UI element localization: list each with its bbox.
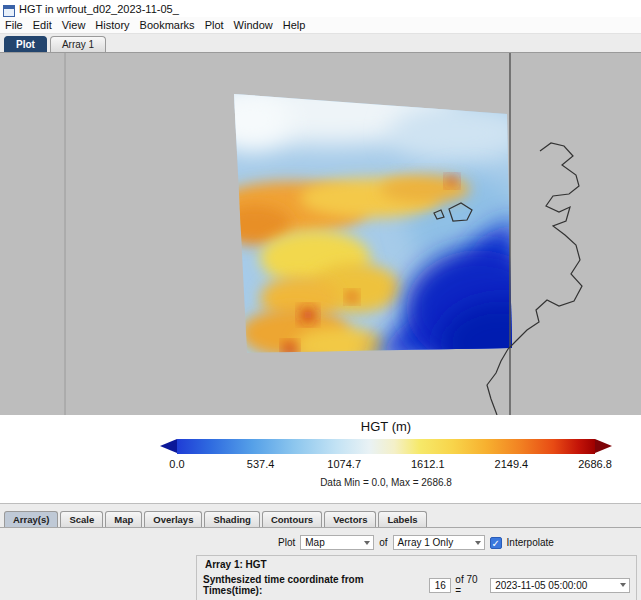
menu-view[interactable]: View [57,19,91,31]
menu-edit[interactable]: Edit [28,19,57,31]
colorbar-tick: 537.4 [247,458,275,470]
time-total-label: of 70 = [455,574,486,596]
colorbar [160,439,612,454]
plot-type-row: Plot Map of Array 1 Only ✓ Interpolate [278,535,641,550]
colorbar-tick: 1612.1 [411,458,445,470]
tab-arrays[interactable]: Array(s) [4,511,58,527]
array-scope-value: Array 1 Only [398,537,454,548]
colorbar-tick: 0.0 [169,458,184,470]
of-label: of [379,537,387,548]
plot-type-select[interactable]: Map [300,535,374,550]
control-panel: Array(s) Scale Map Overlays Shading Cont… [0,503,641,600]
tab-labels[interactable]: Labels [378,511,426,527]
menu-file[interactable]: File [0,19,28,31]
map-plot [0,53,641,415]
chevron-down-icon [620,583,626,587]
window-icon [3,3,15,15]
chevron-down-icon [475,541,481,545]
colorbar-underflow-arrow-icon [160,439,177,453]
view-tab-bar: Plot Array 1 [0,34,641,53]
plot-title: HGT (m) [160,419,612,434]
colorbar-overflow-arrow-icon [595,439,612,453]
colorbar-gradient [177,439,595,454]
menu-help[interactable]: Help [278,19,311,31]
tab-vectors[interactable]: Vectors [324,511,376,527]
interpolate-label: Interpolate [507,537,554,548]
tab-shading[interactable]: Shading [204,511,259,527]
time-coordinate-row: Synthesized time coordinate from Times(t… [203,574,630,596]
data-minmax-label: Data Min = 0.0, Max = 2686.8 [160,477,612,488]
colorbar-tick: 1074.7 [327,458,361,470]
tab-array-1[interactable]: Array 1 [50,36,106,52]
tab-contours[interactable]: Contours [262,511,322,527]
time-value: 2023-11-05 05:00:00 [495,580,587,591]
menu-plot[interactable]: Plot [200,19,229,31]
window-title: HGT in wrfout_d02_2023-11-05_ [19,3,179,15]
menu-window[interactable]: Window [229,19,278,31]
colorbar-tick: 2686.8 [578,458,612,470]
plot-type-value: Map [305,537,324,548]
time-value-select[interactable]: 2023-11-05 05:00:00 [490,578,630,593]
array-scope-select[interactable]: Array 1 Only [393,535,485,550]
tab-map[interactable]: Map [105,511,142,527]
control-tab-bar: Array(s) Scale Map Overlays Shading Cont… [0,504,641,528]
plot-label: Plot [278,537,295,548]
colorbar-section: HGT (m) 0.0 537.4 1074.7 1612.1 2149.4 2… [0,415,641,503]
colorbar-tick-labels: 0.0 537.4 1074.7 1612.1 2149.4 2686.8 [177,458,595,471]
chevron-down-icon [364,541,370,545]
tab-plot[interactable]: Plot [4,36,47,52]
plot-canvas [0,53,641,415]
tab-scale[interactable]: Scale [60,511,103,527]
time-coordinate-label: Synthesized time coordinate from Times(t… [203,574,425,596]
array-group-box: Array 1: HGT Synthesized time coordinate… [196,555,637,600]
interpolate-checkbox[interactable]: ✓ [490,537,502,549]
time-index-input[interactable] [429,578,451,593]
menu-bar: File Edit View History Bookmarks Plot Wi… [0,17,641,34]
menu-bookmarks[interactable]: Bookmarks [135,19,200,31]
array-info-label: Array 1: HGT [205,559,630,570]
menu-history[interactable]: History [90,19,134,31]
colorbar-tick: 2149.4 [495,458,529,470]
window-titlebar: HGT in wrfout_d02_2023-11-05_ [0,0,641,17]
tab-overlays[interactable]: Overlays [144,511,202,527]
